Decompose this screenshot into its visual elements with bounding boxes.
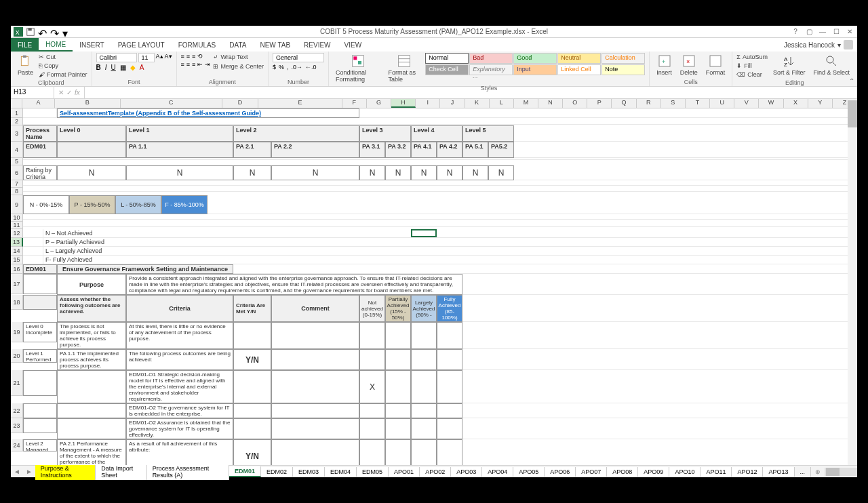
redo-icon[interactable]: ↷: [50, 27, 60, 37]
sort-filter-button[interactable]: AZSort & Filter: [770, 53, 808, 77]
col-F[interactable]: F: [342, 99, 367, 108]
title-link[interactable]: Self-assessmentTemplate (Appendix B of t…: [57, 108, 359, 118]
col-U[interactable]: U: [710, 99, 734, 108]
merge-center-button[interactable]: ⊞ Merge & Center: [213, 62, 264, 71]
close-button[interactable]: ✕: [845, 27, 854, 37]
sheet-apo09[interactable]: APO09: [638, 467, 669, 477]
underline-button[interactable]: U: [111, 64, 116, 71]
style-neutral[interactable]: Neutral: [557, 53, 601, 64]
border-button[interactable]: ▦: [120, 64, 126, 71]
clear-button[interactable]: ⌫ Clear: [736, 71, 768, 79]
align-middle-icon[interactable]: ≡: [186, 53, 190, 60]
sheet-apo02[interactable]: APO02: [420, 467, 451, 477]
col-R[interactable]: R: [637, 99, 661, 108]
tab-home[interactable]: HOME: [39, 38, 73, 52]
col-K[interactable]: K: [465, 99, 490, 108]
align-bottom-icon[interactable]: ≡: [192, 53, 195, 60]
wrap-text-button[interactable]: ⤶ Wrap Text: [213, 53, 264, 61]
add-sheet-button[interactable]: ⊕: [811, 468, 825, 475]
select-all-button[interactable]: [11, 99, 22, 108]
style-input[interactable]: Input: [513, 64, 557, 75]
cancel-formula-icon[interactable]: ✕: [58, 89, 64, 96]
sheet-data-import[interactable]: Data Import Sheet: [96, 464, 146, 480]
horizontal-scrollbar[interactable]: [825, 468, 857, 476]
col-J[interactable]: J: [440, 99, 465, 108]
style-linked-cell[interactable]: Linked Cell: [557, 64, 601, 75]
currency-icon[interactable]: $: [273, 64, 276, 71]
minimize-button[interactable]: —: [818, 27, 827, 37]
tab-file[interactable]: FILE: [11, 38, 39, 52]
tab-page-layout[interactable]: PAGE LAYOUT: [111, 38, 172, 52]
format-as-table-button[interactable]: Format as Table: [386, 53, 423, 84]
orientation-icon[interactable]: ⟲: [197, 53, 203, 60]
sheet-purpose[interactable]: Purpose & Instructions: [35, 464, 96, 480]
indent-inc-icon[interactable]: ⇥: [205, 61, 210, 68]
decrease-font-icon[interactable]: A▾: [165, 53, 172, 62]
delete-cells-button[interactable]: ×Delete: [677, 53, 701, 77]
tab-insert[interactable]: INSERT: [73, 38, 111, 52]
align-left-icon[interactable]: ≡: [181, 61, 184, 68]
indent-dec-icon[interactable]: ⇤: [197, 61, 203, 68]
paste-button[interactable]: Paste: [15, 53, 36, 77]
decrease-decimal-icon[interactable]: ←.0: [305, 64, 317, 71]
vertical-scrollbar[interactable]: [848, 99, 857, 465]
col-H[interactable]: H: [391, 99, 416, 108]
col-W[interactable]: W: [759, 99, 783, 108]
tab-nav-next[interactable]: ►: [23, 468, 35, 475]
col-G[interactable]: G: [367, 99, 391, 108]
col-D[interactable]: D: [222, 99, 258, 108]
col-Y[interactable]: Y: [808, 99, 833, 108]
align-right-icon[interactable]: ≡: [192, 61, 195, 68]
tab-data[interactable]: DATA: [222, 38, 253, 52]
style-good[interactable]: Good: [513, 53, 557, 64]
col-L[interactable]: L: [490, 99, 514, 108]
format-cells-button[interactable]: Format: [703, 53, 728, 77]
col-V[interactable]: V: [734, 99, 759, 108]
col-P[interactable]: P: [587, 99, 612, 108]
col-T[interactable]: T: [686, 99, 710, 108]
fill-button[interactable]: ⬇ Fill: [736, 62, 768, 70]
sheet-apo08[interactable]: APO08: [607, 467, 638, 477]
style-normal[interactable]: Normal: [425, 53, 469, 64]
sheet-apo11[interactable]: APO11: [701, 467, 732, 477]
style-bad[interactable]: Bad: [469, 53, 513, 64]
number-format-select[interactable]: General: [273, 53, 324, 62]
font-color-button[interactable]: A: [140, 64, 144, 71]
col-Q[interactable]: Q: [612, 99, 636, 108]
name-box[interactable]: H13: [11, 87, 54, 98]
sheet-apo07[interactable]: APO07: [576, 467, 607, 477]
worksheet-grid[interactable]: A B C D E F G H I J K L M N O P Q R S T …: [11, 99, 857, 465]
percent-icon[interactable]: %: [279, 64, 284, 71]
sheet-apo03[interactable]: APO03: [451, 467, 482, 477]
col-A[interactable]: A: [22, 99, 55, 108]
tab-view[interactable]: VIEW: [338, 38, 369, 52]
qat-customize-icon[interactable]: ▾: [62, 27, 72, 37]
col-C[interactable]: C: [121, 99, 222, 108]
cut-button[interactable]: ✂ Cut: [39, 53, 87, 61]
undo-icon[interactable]: ↶: [38, 27, 47, 37]
increase-decimal-icon[interactable]: .0→: [291, 64, 302, 71]
user-account[interactable]: Jessica Hancock ▾: [784, 38, 857, 52]
fx-icon[interactable]: fx: [75, 89, 80, 96]
sheet-edm01[interactable]: EDM01: [229, 466, 261, 477]
align-top-icon[interactable]: ≡: [181, 53, 184, 60]
sheet-results[interactable]: Process Assessment Results (A): [147, 464, 229, 480]
enter-formula-icon[interactable]: ✓: [66, 89, 72, 96]
align-center-icon[interactable]: ≡: [186, 61, 190, 68]
sheet-more[interactable]: ...: [795, 467, 812, 477]
font-name-select[interactable]: Calibri: [96, 53, 137, 62]
sheet-edm03[interactable]: EDM03: [293, 467, 325, 477]
autosum-button[interactable]: Σ AutoSum: [736, 53, 768, 61]
sheet-apo04[interactable]: APO04: [482, 467, 513, 477]
tab-new[interactable]: New Tab: [253, 38, 297, 52]
format-painter-button[interactable]: 🖌 Format Painter: [39, 71, 87, 79]
collapse-ribbon-icon[interactable]: ⌃: [849, 77, 854, 85]
comma-icon[interactable]: ,: [287, 64, 289, 71]
maximize-button[interactable]: ☐: [831, 27, 841, 37]
col-O[interactable]: O: [563, 99, 587, 108]
col-S[interactable]: S: [661, 99, 686, 108]
tab-review[interactable]: REVIEW: [297, 38, 337, 52]
increase-font-icon[interactable]: A▴: [156, 53, 163, 62]
copy-button[interactable]: ⎘ Copy: [39, 62, 87, 70]
col-N[interactable]: N: [538, 99, 563, 108]
